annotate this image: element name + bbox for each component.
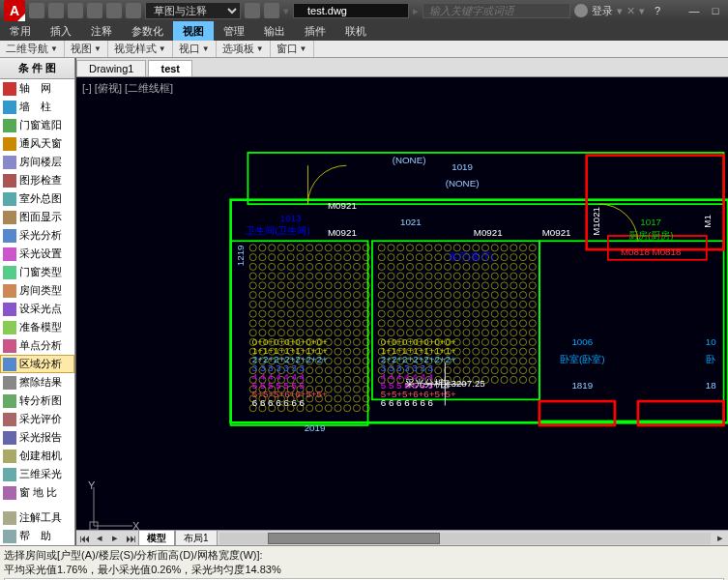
tab-nav-next[interactable]: ▸ (107, 532, 123, 544)
svg-point-383 (406, 320, 413, 327)
doc-tab-1[interactable]: test (148, 60, 192, 76)
ribbon-tab-4[interactable]: 视图 (173, 21, 214, 41)
qat-new-icon[interactable] (29, 3, 44, 18)
svg-point-29 (306, 254, 313, 261)
svg-point-464 (529, 358, 536, 364)
ribbon-tab-6[interactable]: 输出 (254, 21, 295, 41)
palette-item-21[interactable]: 三维采光 (0, 465, 74, 483)
svg-point-94 (306, 301, 313, 307)
svg-point-115 (259, 320, 266, 327)
exchange-icon[interactable]: ✕ (626, 5, 635, 17)
svg-point-412 (519, 330, 526, 336)
svg-point-130 (277, 330, 284, 336)
palette-item-18[interactable]: 采光评价 (0, 410, 74, 428)
minimize-button[interactable]: — (685, 4, 703, 17)
login-link[interactable]: 登录 (592, 4, 613, 18)
command-line[interactable]: 选择房间或[户型(A)/楼层(S)/分析面高(D)/网格宽度(W)]: 平均采光… (0, 545, 728, 580)
ribbon-tab-2[interactable]: 注释 (81, 21, 122, 41)
ribbon-panel-2[interactable]: 视觉样式▼ (108, 41, 173, 57)
palette-item-16[interactable]: 擦除结果 (0, 373, 74, 392)
svg-point-459 (481, 358, 488, 364)
qat-print-icon[interactable] (126, 3, 141, 18)
h-scroll-right[interactable]: ▸ (713, 532, 728, 544)
palette-item-15[interactable]: 区域分析 (0, 355, 74, 373)
svg-point-495 (501, 376, 508, 383)
svg-point-363 (378, 310, 385, 317)
h-scrollbar[interactable] (219, 533, 711, 544)
workspace-selector[interactable]: 草图与注释 (145, 2, 241, 19)
svg-point-58 (335, 273, 341, 279)
svg-point-309 (510, 273, 517, 279)
palette-item-6[interactable]: 室外总图 (0, 189, 74, 208)
palette-item-17[interactable]: 转分析图 (0, 392, 74, 410)
svg-point-326 (510, 282, 517, 289)
palette-item-0[interactable]: 轴 网 (0, 79, 74, 98)
floor-plan[interactable]: 0+0+0+0+0+0+0+0+0+0+0+0+0+0+1+1+1+1+1+1+… (76, 77, 728, 545)
ribbon-tab-5[interactable]: 管理 (214, 21, 254, 41)
svg-point-427 (501, 338, 508, 345)
qat-extra2-icon[interactable] (264, 3, 279, 18)
palette-item-7[interactable]: 图面显示 (0, 208, 74, 226)
tab-nav-prev[interactable]: ◂ (92, 532, 107, 544)
user-icon[interactable] (574, 4, 588, 17)
drawing-area[interactable]: Drawing1test [-] [俯视] [二维线框] 0+0+0+0+0+0… (75, 58, 728, 545)
ribbon-tab-8[interactable]: 联机 (335, 21, 376, 41)
palette-item-1[interactable]: 墙 柱 (0, 98, 74, 116)
svg-point-423 (463, 338, 470, 345)
palette-footer-annotate[interactable]: 注解工具 (0, 508, 74, 527)
restore-button[interactable]: □ (707, 4, 724, 17)
palette-item-5[interactable]: 图形检查 (0, 171, 74, 189)
qat-redo-icon[interactable] (106, 3, 122, 18)
svg-point-77 (269, 292, 276, 299)
svg-point-124 (344, 320, 351, 327)
ribbon-panel-0[interactable]: 二维导航▼ (0, 41, 65, 57)
tab-nav-last[interactable]: ⏭ (123, 533, 138, 544)
ribbon-panel-5[interactable]: 窗口▼ (271, 41, 314, 57)
palette-item-4[interactable]: 房间楼层 (0, 153, 74, 171)
svg-point-367 (416, 310, 422, 317)
tab-nav-first[interactable]: ⏮ (76, 533, 92, 544)
qat-extra1-icon[interactable] (245, 3, 260, 18)
svg-point-394 (510, 320, 517, 327)
ribbon-tab-0[interactable]: 常用 (0, 21, 41, 41)
svg-point-260 (529, 245, 536, 251)
palette-item-10[interactable]: 门窗类型 (0, 263, 74, 281)
layout-tab-1[interactable]: 布局1 (175, 530, 218, 546)
viewport-label[interactable]: [-] [俯视] [二维线框] (82, 81, 173, 96)
help-search-input[interactable] (422, 3, 570, 18)
palette-item-19[interactable]: 采光报告 (0, 428, 74, 447)
ribbon-panel-3[interactable]: 视口▼ (173, 41, 217, 57)
svg-point-199 (315, 376, 322, 383)
svg-point-335 (435, 292, 442, 299)
qat-open-icon[interactable] (48, 3, 64, 18)
palette-item-icon (3, 229, 16, 243)
palette-item-20[interactable]: 创建相机 (0, 447, 74, 465)
help-icon[interactable]: ? (649, 4, 666, 17)
ribbon-panel-1[interactable]: 视图▼ (65, 41, 108, 57)
ribbon-tab-1[interactable]: 插入 (41, 21, 81, 41)
palette-item-3[interactable]: 通风天窗 (0, 134, 74, 153)
palette-item-14[interactable]: 单点分析 (0, 336, 74, 355)
svg-point-378 (519, 310, 526, 317)
palette-item-8[interactable]: 采光分析 (0, 226, 74, 245)
doc-tab-0[interactable]: Drawing1 (76, 60, 146, 76)
palette-footer-help[interactable]: 帮 助 (0, 527, 74, 545)
qat-undo-icon[interactable] (87, 3, 102, 18)
svg-point-20 (344, 245, 351, 251)
layout-tab-0[interactable]: 模型 (138, 530, 175, 546)
svg-point-59 (344, 273, 351, 279)
h-scroll-thumb[interactable] (268, 533, 440, 544)
svg-point-461 (501, 358, 508, 364)
palette-item-11[interactable]: 房间类型 (0, 281, 74, 300)
palette-item-2[interactable]: 门窗遮阳 (0, 116, 74, 134)
qat-save-icon[interactable] (68, 3, 83, 18)
palette-item-12[interactable]: 设采光点 (0, 300, 74, 318)
palette-item-13[interactable]: 准备模型 (0, 318, 74, 336)
palette-item-9[interactable]: 采光设置 (0, 245, 74, 263)
svg-point-389 (463, 320, 470, 327)
ribbon-panel-4[interactable]: 选项板▼ (217, 41, 271, 57)
palette-item-22[interactable]: 窗 地 比 (0, 483, 74, 502)
app-logo[interactable]: A (4, 0, 25, 21)
ribbon-tab-3[interactable]: 参数化 (122, 21, 173, 41)
ribbon-tab-7[interactable]: 插件 (295, 21, 335, 41)
